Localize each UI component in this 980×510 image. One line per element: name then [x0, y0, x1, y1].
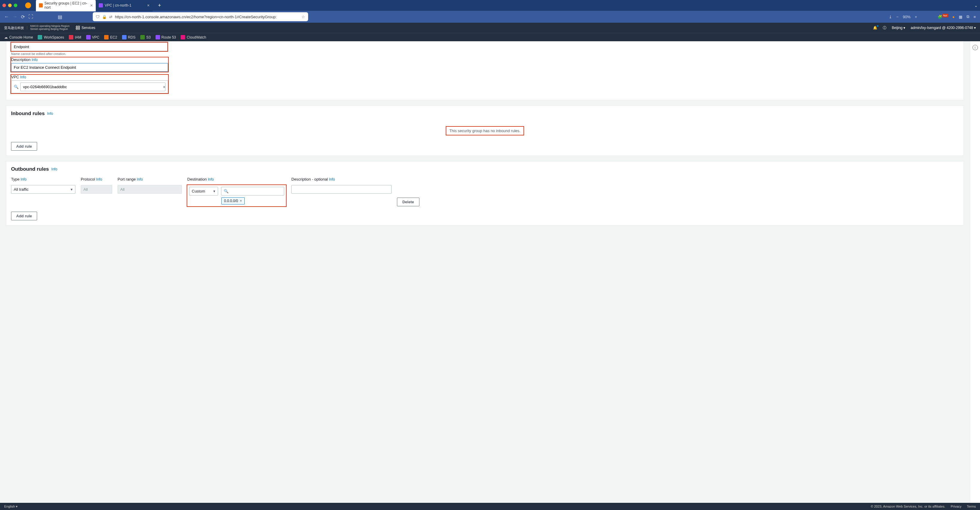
zoom-level: 90% — [903, 15, 911, 19]
download-icon[interactable]: ⤓ — [889, 15, 892, 19]
vpc-input[interactable] — [20, 83, 165, 91]
search-icon: 🔍 — [14, 84, 19, 89]
info-link[interactable]: Info — [329, 177, 335, 181]
info-link[interactable]: Info — [208, 177, 214, 181]
nav-route53[interactable]: Route 53 — [156, 35, 176, 40]
info-link[interactable]: Info — [137, 177, 143, 181]
window-controls — [2, 3, 18, 7]
info-link[interactable]: Info — [47, 111, 53, 116]
nav-s3[interactable]: S3 — [140, 35, 151, 40]
sg-name-input[interactable] — [11, 43, 167, 51]
tab-list-icon[interactable]: ⌄ — [974, 3, 978, 8]
outbound-rule-row: All traffic▾ All All Custom▾ 🔍 0.0.0.0/0… — [6, 183, 964, 208]
search-icon: 🔍 — [224, 189, 229, 194]
tab-title: Security groups | EC2 | cn-nort — [45, 1, 89, 10]
nav-console-home[interactable]: ☁ Console Home — [4, 35, 33, 40]
outbound-rules-section: Outbound rules Info Type Info Protocol I… — [6, 161, 964, 226]
ext-icon[interactable]: ● — [953, 15, 955, 19]
account-menu[interactable]: admin/lxy-Isengard @ 4200-2996-0748 ▾ — [911, 26, 976, 30]
tab-title: VPC | cn-north-1 — [105, 3, 131, 8]
aws-logo[interactable]: 亚马逊云科技 — [4, 26, 27, 30]
remove-chip-icon[interactable]: × — [240, 199, 242, 203]
info-link[interactable]: Info — [51, 167, 57, 171]
destination-search[interactable]: 🔍 — [221, 187, 284, 195]
operator-info: NWCD operating Ningxia Region Sinnet ope… — [30, 25, 73, 31]
outbound-columns: Type Info Protocol Info Port range Info … — [6, 175, 964, 183]
vpc-label: VPC Info — [11, 75, 168, 79]
mask-icon[interactable]: ⛶ — [29, 14, 33, 19]
destination-mode-select[interactable]: Custom▾ — [189, 187, 218, 195]
description-label: Description Info — [11, 57, 168, 62]
zoom-out-button[interactable]: − — [896, 15, 899, 19]
nav-rds[interactable]: RDS — [122, 35, 135, 40]
col-destination: Destination Info — [187, 177, 286, 181]
hamburger-menu-icon[interactable]: ≡ — [974, 15, 976, 19]
nav-cloudwatch[interactable]: CloudWatch — [181, 35, 206, 40]
destination-input[interactable] — [230, 189, 282, 194]
new-tab-button[interactable]: + — [158, 2, 161, 9]
chevron-down-icon: ▾ — [71, 187, 73, 192]
bookmark-icon[interactable]: ☆ — [302, 15, 305, 19]
minimize-window-icon[interactable] — [8, 3, 12, 7]
ext-icon[interactable]: 🧩No! — [937, 15, 948, 19]
inbound-rules-section: Inbound rules Info This security group h… — [6, 105, 964, 156]
protocol-field: All — [81, 185, 112, 194]
description-input[interactable] — [11, 63, 168, 72]
firefox-icon — [25, 2, 31, 8]
info-panel-toggle: i — [970, 41, 980, 504]
lock-icon: 🔒 — [102, 15, 107, 19]
browser-tab-inactive[interactable]: VPC | cn-north-1 × — [96, 0, 153, 11]
browser-tab-active[interactable]: Security groups | EC2 | cn-nort × — [36, 0, 96, 11]
info-link[interactable]: Info — [96, 177, 102, 181]
cidr-chip[interactable]: 0.0.0.0/0× — [221, 197, 245, 205]
nav-vpc[interactable]: VPC — [86, 35, 100, 40]
nav-ec2[interactable]: EC2 — [104, 35, 117, 40]
info-link[interactable]: Info — [20, 75, 26, 79]
col-type: Type Info — [11, 177, 75, 181]
close-window-icon[interactable] — [2, 3, 6, 7]
nav-iam[interactable]: IAM — [69, 35, 81, 40]
chevron-down-icon: ▾ — [213, 189, 215, 194]
info-icon[interactable]: i — [972, 45, 978, 50]
grid-icon — [76, 26, 80, 30]
sg-details-section: Name cannot be edited after creation. De… — [6, 41, 964, 100]
clear-icon[interactable]: × — [163, 84, 165, 89]
info-link[interactable]: Info — [21, 177, 27, 181]
ext-icon[interactable]: ▦ — [959, 15, 963, 19]
extensions-icon[interactable]: ⧉ — [967, 14, 969, 19]
rule-description-input[interactable] — [291, 185, 391, 194]
aws-service-nav: ☁ Console Home WorkSpaces IAM VPC EC2 RD… — [0, 33, 980, 41]
inbound-empty-message: This security group has no inbound rules… — [449, 129, 520, 133]
add-outbound-rule-button[interactable]: Add rule — [11, 212, 37, 220]
maximize-window-icon[interactable] — [14, 3, 18, 7]
vpc-favicon-icon — [99, 3, 103, 8]
aws-header: 亚马逊云科技 NWCD operating Ningxia Region Sin… — [0, 23, 980, 33]
region-selector[interactable]: Beijing ▾ — [892, 26, 905, 30]
nav-workspaces[interactable]: WorkSpaces — [38, 35, 64, 40]
inbound-title: Inbound rules — [11, 111, 45, 117]
reload-button[interactable]: ⟳ — [21, 14, 25, 20]
info-link[interactable]: Info — [32, 58, 38, 62]
add-inbound-rule-button[interactable]: Add rule — [11, 142, 37, 151]
aws-footer: English ▾ © 2023, Amazon Web Services, I… — [0, 503, 980, 504]
close-tab-icon[interactable]: × — [90, 3, 93, 8]
browser-toolbar: ← → ⟳ ⛶ ▤ 🛡 🔒 ⇄ ☆ ⤓ − 90% + 🧩No! ● ▦ ⧉ ≡ — [0, 11, 980, 23]
close-tab-icon[interactable]: × — [147, 3, 150, 8]
reader-icon[interactable]: ▤ — [58, 14, 62, 20]
col-description: Description - optional Info — [291, 177, 391, 181]
services-menu[interactable]: Services — [76, 26, 95, 30]
shield-icon[interactable]: 🛡 — [96, 15, 100, 19]
help-icon[interactable]: ⓘ — [883, 25, 886, 30]
permissions-icon[interactable]: ⇄ — [109, 15, 113, 19]
type-select[interactable]: All traffic▾ — [11, 185, 75, 194]
url-input[interactable] — [115, 15, 299, 19]
browser-tab-bar: Security groups | EC2 | cn-nort × VPC | … — [0, 0, 980, 11]
ec2-favicon-icon — [39, 3, 43, 8]
back-button[interactable]: ← — [4, 14, 9, 19]
zoom-in-button[interactable]: + — [915, 15, 917, 19]
address-bar[interactable]: 🛡 🔒 ⇄ ☆ — [93, 12, 308, 21]
notifications-icon[interactable]: 🔔 — [873, 26, 877, 30]
delete-rule-button[interactable]: Delete — [397, 198, 419, 206]
forward-button[interactable]: → — [13, 14, 18, 19]
vpc-search[interactable]: 🔍 × — [11, 80, 168, 93]
